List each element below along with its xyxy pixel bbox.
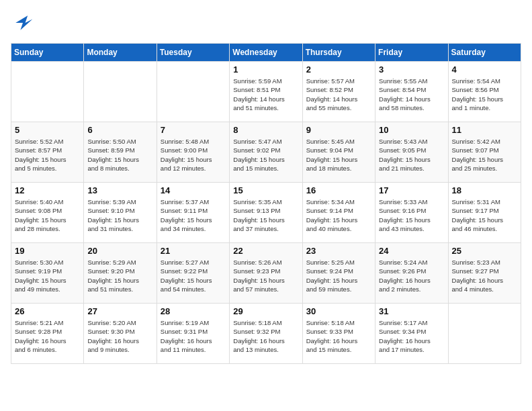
calendar-cell: 5Sunrise: 5:52 AM Sunset: 8:57 PM Daylig… bbox=[11, 122, 84, 183]
day-number: 21 bbox=[161, 246, 226, 256]
day-info: Sunrise: 5:31 AM Sunset: 9:17 PM Dayligh… bbox=[452, 197, 517, 233]
day-info: Sunrise: 5:54 AM Sunset: 8:56 PM Dayligh… bbox=[452, 77, 517, 112]
day-number: 1 bbox=[233, 64, 298, 75]
calendar-cell: 3Sunrise: 5:55 AM Sunset: 8:54 PM Daylig… bbox=[375, 62, 448, 122]
day-info: Sunrise: 5:18 AM Sunset: 9:32 PM Dayligh… bbox=[233, 318, 298, 354]
day-number: 16 bbox=[306, 185, 371, 195]
calendar-cell: 28Sunrise: 5:19 AM Sunset: 9:31 PM Dayli… bbox=[157, 304, 229, 364]
day-info: Sunrise: 5:34 AM Sunset: 9:14 PM Dayligh… bbox=[306, 197, 371, 233]
day-header-wednesday: Wednesday bbox=[230, 44, 302, 62]
day-info: Sunrise: 5:19 AM Sunset: 9:31 PM Dayligh… bbox=[161, 318, 226, 354]
day-number: 27 bbox=[87, 306, 152, 316]
calendar-cell: 18Sunrise: 5:31 AM Sunset: 9:17 PM Dayli… bbox=[448, 183, 521, 243]
day-info: Sunrise: 5:52 AM Sunset: 8:57 PM Dayligh… bbox=[15, 137, 80, 173]
day-number: 5 bbox=[15, 125, 80, 135]
day-info: Sunrise: 5:50 AM Sunset: 8:59 PM Dayligh… bbox=[87, 137, 152, 173]
calendar-cell: 11Sunrise: 5:42 AM Sunset: 9:07 PM Dayli… bbox=[448, 122, 521, 183]
calendar-cell: 17Sunrise: 5:33 AM Sunset: 9:16 PM Dayli… bbox=[375, 183, 448, 243]
day-info: Sunrise: 5:20 AM Sunset: 9:30 PM Dayligh… bbox=[87, 318, 152, 354]
day-info: Sunrise: 5:33 AM Sunset: 9:16 PM Dayligh… bbox=[379, 197, 444, 233]
calendar-cell: 4Sunrise: 5:54 AM Sunset: 8:56 PM Daylig… bbox=[448, 62, 521, 122]
calendar-cell: 12Sunrise: 5:40 AM Sunset: 9:08 PM Dayli… bbox=[11, 183, 84, 243]
calendar-cell: 19Sunrise: 5:30 AM Sunset: 9:19 PM Dayli… bbox=[11, 243, 84, 304]
calendar-cell: 16Sunrise: 5:34 AM Sunset: 9:14 PM Dayli… bbox=[302, 183, 375, 243]
calendar-week-5: 26Sunrise: 5:21 AM Sunset: 9:28 PM Dayli… bbox=[11, 304, 521, 364]
calendar-cell bbox=[84, 62, 157, 122]
day-info: Sunrise: 5:47 AM Sunset: 9:02 PM Dayligh… bbox=[233, 137, 298, 173]
day-info: Sunrise: 5:42 AM Sunset: 9:07 PM Dayligh… bbox=[452, 137, 517, 173]
day-number: 15 bbox=[233, 185, 298, 195]
calendar-week-1: 1Sunrise: 5:59 AM Sunset: 8:51 PM Daylig… bbox=[11, 62, 521, 122]
day-header-monday: Monday bbox=[84, 44, 157, 62]
days-header-row: SundayMondayTuesdayWednesdayThursdayFrid… bbox=[11, 44, 521, 62]
day-info: Sunrise: 5:35 AM Sunset: 9:13 PM Dayligh… bbox=[233, 197, 298, 233]
calendar-cell: 10Sunrise: 5:43 AM Sunset: 9:05 PM Dayli… bbox=[375, 122, 448, 183]
day-header-tuesday: Tuesday bbox=[157, 44, 229, 62]
calendar-cell: 15Sunrise: 5:35 AM Sunset: 9:13 PM Dayli… bbox=[230, 183, 302, 243]
day-info: Sunrise: 5:59 AM Sunset: 8:51 PM Dayligh… bbox=[233, 77, 298, 112]
day-number: 6 bbox=[87, 125, 152, 135]
calendar-cell: 25Sunrise: 5:23 AM Sunset: 9:27 PM Dayli… bbox=[448, 243, 521, 304]
day-number: 24 bbox=[379, 246, 444, 256]
calendar-cell: 1Sunrise: 5:59 AM Sunset: 8:51 PM Daylig… bbox=[230, 62, 302, 122]
day-number: 2 bbox=[306, 64, 371, 75]
day-number: 22 bbox=[233, 246, 298, 256]
calendar-cell: 31Sunrise: 5:17 AM Sunset: 9:34 PM Dayli… bbox=[375, 304, 448, 364]
calendar-cell: 22Sunrise: 5:26 AM Sunset: 9:23 PM Dayli… bbox=[230, 243, 302, 304]
day-number: 20 bbox=[87, 246, 152, 256]
day-number: 12 bbox=[15, 185, 80, 195]
day-number: 14 bbox=[161, 185, 226, 195]
day-number: 3 bbox=[379, 64, 444, 75]
calendar-cell: 30Sunrise: 5:18 AM Sunset: 9:33 PM Dayli… bbox=[302, 304, 375, 364]
day-number: 11 bbox=[452, 125, 517, 135]
day-info: Sunrise: 5:18 AM Sunset: 9:33 PM Dayligh… bbox=[306, 318, 371, 354]
calendar-cell: 8Sunrise: 5:47 AM Sunset: 9:02 PM Daylig… bbox=[230, 122, 302, 183]
day-info: Sunrise: 5:39 AM Sunset: 9:10 PM Dayligh… bbox=[87, 197, 152, 233]
day-info: Sunrise: 5:21 AM Sunset: 9:28 PM Dayligh… bbox=[15, 318, 80, 354]
day-number: 31 bbox=[379, 306, 444, 316]
day-info: Sunrise: 5:30 AM Sunset: 9:19 PM Dayligh… bbox=[15, 258, 80, 293]
day-number: 25 bbox=[452, 246, 517, 256]
calendar-week-4: 19Sunrise: 5:30 AM Sunset: 9:19 PM Dayli… bbox=[11, 243, 521, 304]
calendar-cell: 14Sunrise: 5:37 AM Sunset: 9:11 PM Dayli… bbox=[157, 183, 229, 243]
day-number: 4 bbox=[452, 64, 517, 75]
logo-icon bbox=[11, 11, 35, 35]
day-info: Sunrise: 5:55 AM Sunset: 8:54 PM Dayligh… bbox=[379, 77, 444, 112]
calendar-week-3: 12Sunrise: 5:40 AM Sunset: 9:08 PM Dayli… bbox=[11, 183, 521, 243]
day-number: 8 bbox=[233, 125, 298, 135]
calendar-cell: 29Sunrise: 5:18 AM Sunset: 9:32 PM Dayli… bbox=[230, 304, 302, 364]
calendar-cell: 20Sunrise: 5:29 AM Sunset: 9:20 PM Dayli… bbox=[84, 243, 157, 304]
day-info: Sunrise: 5:40 AM Sunset: 9:08 PM Dayligh… bbox=[15, 197, 80, 233]
day-info: Sunrise: 5:45 AM Sunset: 9:04 PM Dayligh… bbox=[306, 137, 371, 173]
calendar-cell: 6Sunrise: 5:50 AM Sunset: 8:59 PM Daylig… bbox=[84, 122, 157, 183]
day-number: 29 bbox=[233, 306, 298, 316]
calendar-cell: 2Sunrise: 5:57 AM Sunset: 8:52 PM Daylig… bbox=[302, 62, 375, 122]
calendar-table: SundayMondayTuesdayWednesdayThursdayFrid… bbox=[11, 43, 521, 364]
calendar-cell bbox=[448, 304, 521, 364]
day-info: Sunrise: 5:17 AM Sunset: 9:34 PM Dayligh… bbox=[379, 318, 444, 354]
day-number: 18 bbox=[452, 185, 517, 195]
calendar-cell: 13Sunrise: 5:39 AM Sunset: 9:10 PM Dayli… bbox=[84, 183, 157, 243]
day-header-sunday: Sunday bbox=[11, 44, 84, 62]
calendar-cell: 7Sunrise: 5:48 AM Sunset: 9:00 PM Daylig… bbox=[157, 122, 229, 183]
calendar-cell: 26Sunrise: 5:21 AM Sunset: 9:28 PM Dayli… bbox=[11, 304, 84, 364]
calendar-cell: 23Sunrise: 5:25 AM Sunset: 9:24 PM Dayli… bbox=[302, 243, 375, 304]
day-number: 10 bbox=[379, 125, 444, 135]
calendar-cell: 27Sunrise: 5:20 AM Sunset: 9:30 PM Dayli… bbox=[84, 304, 157, 364]
day-info: Sunrise: 5:23 AM Sunset: 9:27 PM Dayligh… bbox=[452, 258, 517, 293]
day-info: Sunrise: 5:29 AM Sunset: 9:20 PM Dayligh… bbox=[87, 258, 152, 293]
day-header-thursday: Thursday bbox=[302, 44, 375, 62]
calendar-cell: 9Sunrise: 5:45 AM Sunset: 9:04 PM Daylig… bbox=[302, 122, 375, 183]
day-number: 19 bbox=[15, 246, 80, 256]
day-number: 13 bbox=[87, 185, 152, 195]
day-number: 17 bbox=[379, 185, 444, 195]
day-info: Sunrise: 5:25 AM Sunset: 9:24 PM Dayligh… bbox=[306, 258, 371, 293]
day-info: Sunrise: 5:48 AM Sunset: 9:00 PM Dayligh… bbox=[161, 137, 226, 173]
day-info: Sunrise: 5:26 AM Sunset: 9:23 PM Dayligh… bbox=[233, 258, 298, 293]
calendar-cell: 21Sunrise: 5:27 AM Sunset: 9:22 PM Dayli… bbox=[157, 243, 229, 304]
day-number: 7 bbox=[161, 125, 226, 135]
day-info: Sunrise: 5:24 AM Sunset: 9:26 PM Dayligh… bbox=[379, 258, 444, 293]
day-header-saturday: Saturday bbox=[448, 44, 521, 62]
day-info: Sunrise: 5:27 AM Sunset: 9:22 PM Dayligh… bbox=[161, 258, 226, 293]
day-info: Sunrise: 5:37 AM Sunset: 9:11 PM Dayligh… bbox=[161, 197, 226, 233]
